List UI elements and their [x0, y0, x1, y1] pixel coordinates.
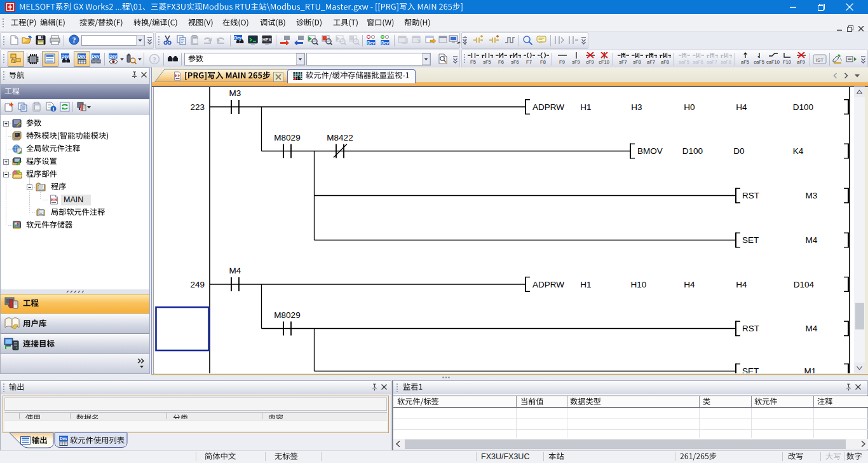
- svg-text:BMOV: BMOV: [637, 146, 663, 156]
- svg-text:H3: H3: [631, 102, 642, 111]
- svg-text:D100: D100: [793, 102, 813, 111]
- svg-text:D104: D104: [794, 279, 815, 289]
- svg-text:?: ?: [153, 55, 156, 64]
- svg-text:Dev: Dev: [92, 54, 100, 59]
- svg-text:H4: H4: [736, 279, 747, 289]
- svg-text:Dev: Dev: [234, 36, 242, 40]
- svg-text:Dev: Dev: [367, 41, 375, 45]
- svg-text:H10: H10: [631, 279, 647, 289]
- svg-text:RST: RST: [742, 324, 759, 333]
- svg-text:M3: M3: [229, 88, 241, 98]
- svg-text:M4: M4: [229, 266, 241, 275]
- svg-text:H1: H1: [580, 279, 591, 289]
- svg-text:223: 223: [190, 102, 205, 111]
- svg-text:Dev: Dev: [62, 54, 69, 59]
- svg-text:D0: D0: [733, 146, 744, 156]
- svg-text:249: 249: [190, 279, 205, 289]
- svg-text:ADPRW: ADPRW: [532, 102, 564, 111]
- svg-text:Dev: Dev: [60, 436, 67, 441]
- svg-text:K4: K4: [793, 146, 804, 156]
- svg-text:HEX: HEX: [262, 38, 272, 42]
- svg-text:M1: M1: [804, 366, 817, 373]
- svg-text:M8029: M8029: [274, 310, 300, 319]
- svg-text:Dev: Dev: [78, 54, 86, 59]
- svg-text:IST: IST: [816, 57, 824, 63]
- svg-text:D100: D100: [682, 146, 703, 156]
- svg-text:M3: M3: [806, 191, 818, 200]
- svg-text:M8422: M8422: [327, 132, 353, 142]
- svg-text:?: ?: [72, 36, 76, 44]
- svg-text:H4: H4: [684, 279, 695, 289]
- svg-text:SET: SET: [742, 235, 759, 245]
- svg-text:Dev: Dev: [109, 54, 117, 59]
- svg-text:RST: RST: [742, 191, 759, 200]
- svg-text:H1: H1: [580, 102, 591, 111]
- svg-text:ADPRW: ADPRW: [532, 279, 564, 289]
- svg-text:SET: SET: [742, 366, 759, 373]
- svg-text:H0: H0: [684, 102, 695, 111]
- svg-text:M4: M4: [806, 235, 818, 245]
- svg-text:M4: M4: [806, 324, 818, 333]
- svg-text:Dev: Dev: [381, 41, 389, 45]
- svg-text:H4: H4: [736, 102, 747, 111]
- svg-text:M8029: M8029: [274, 132, 300, 142]
